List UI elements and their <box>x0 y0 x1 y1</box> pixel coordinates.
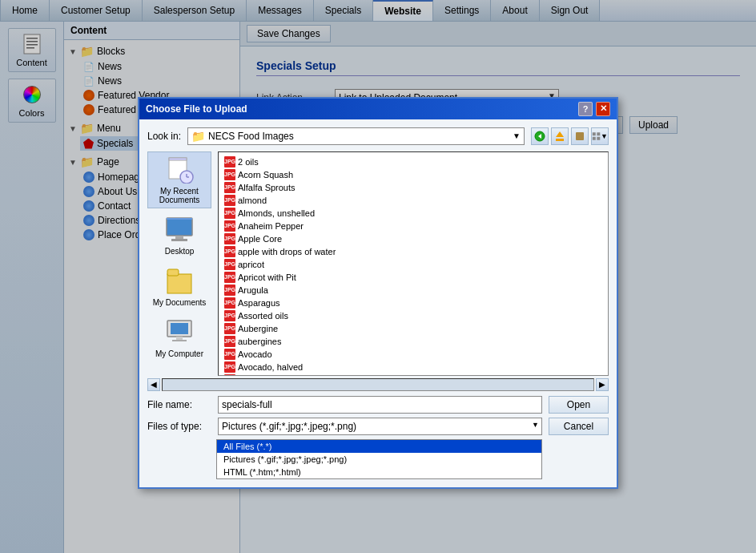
file-icon: JPG <box>224 182 235 193</box>
file-icon: JPG <box>224 233 235 244</box>
dropdown-item-allfiles[interactable]: All Files (*.*) <box>217 440 541 453</box>
file-name: Apple Core <box>238 234 282 244</box>
filename-label: File name: <box>147 399 211 410</box>
recent-docs-label: My Recent Documents <box>150 187 209 204</box>
file-list[interactable]: JPG2 oils JPGAcorn Squash JPGAlfalfa Spr… <box>218 151 609 376</box>
sidebar-item-desktop[interactable]: Desktop <box>147 212 211 260</box>
file-icon: JPG <box>224 374 235 376</box>
svg-rect-22 <box>171 239 187 241</box>
file-name: Avocado <box>238 349 272 359</box>
files-of-type-select[interactable]: Pictures (*.gif;*.jpg;*.jpeg;*.png) <box>218 418 542 435</box>
filename-input[interactable] <box>218 396 542 414</box>
file-item-aubergine[interactable]: JPGAubergine <box>222 322 414 335</box>
file-icon: JPG <box>224 246 235 257</box>
file-icon: JPG <box>224 349 235 360</box>
sidebar-item-mycomputer[interactable]: My Computer <box>147 314 211 362</box>
files-of-type-label: Files of type: <box>147 421 211 432</box>
svg-rect-21 <box>175 236 183 239</box>
lookin-view-button[interactable]: ▼ <box>591 127 609 145</box>
sidebar-item-mydocs[interactable]: My Documents <box>147 263 211 311</box>
file-item-apricot[interactable]: JPGapricot <box>222 258 414 271</box>
lookin-folder-icon: 📁 <box>191 130 205 143</box>
svg-rect-28 <box>172 340 187 341</box>
file-item-alfalfa[interactable]: JPGAlfalfa Sprouts <box>222 181 414 194</box>
dropdown-item-pictures[interactable]: Pictures (*.gif;*.jpg;*.jpeg;*.png) <box>217 453 541 466</box>
file-icon: JPG <box>224 259 235 270</box>
dialog-titlebar: Choose File to Upload ? ✕ <box>139 99 617 119</box>
file-name: Assorted oils <box>238 311 288 321</box>
file-name: Acorn Squash <box>238 170 293 180</box>
svg-rect-24 <box>167 269 179 276</box>
file-item-arugula[interactable]: JPGArugula <box>222 284 414 297</box>
file-item-assorted-oils[interactable]: JPGAssorted oils <box>222 309 414 322</box>
file-icon: JPG <box>224 272 235 283</box>
my-documents-icon <box>163 267 195 296</box>
file-item-2oils[interactable]: JPG2 oils <box>222 155 414 168</box>
file-name: Anaheim Pepper <box>238 221 304 231</box>
file-item-asparagus[interactable]: JPGAsparagus <box>222 297 414 309</box>
svg-rect-11 <box>597 132 600 135</box>
file-item-apricot-pit[interactable]: JPGApricot with Pit <box>222 271 414 284</box>
file-icon: JPG <box>224 195 235 206</box>
file-item-barley[interactable]: JPGBarley in a Wooden Sc <box>222 373 414 376</box>
lookin-select[interactable]: 📁 NECS Food Images ▼ <box>187 127 525 145</box>
file-item-almonds[interactable]: JPGAlmonds, unshelled <box>222 207 414 220</box>
file-dialog-overlay: Choose File to Upload ? ✕ Look in: 📁 NEC… <box>0 0 756 553</box>
file-item-apple-core[interactable]: JPGApple Core <box>222 232 414 245</box>
dialog-controls: ? ✕ <box>578 102 610 116</box>
file-icon: JPG <box>224 156 235 168</box>
file-icon: JPG <box>224 169 235 180</box>
file-item-avocado-halved[interactable]: JPGAvocado, halved <box>222 361 414 373</box>
desktop-label: Desktop <box>165 247 195 256</box>
file-name: Asparagus <box>238 298 280 308</box>
file-name: almond <box>238 196 267 205</box>
scroll-right-button[interactable]: ▶ <box>596 378 609 391</box>
file-icon: JPG <box>224 310 235 321</box>
cancel-button[interactable]: Cancel <box>549 418 609 435</box>
file-item-apple-drops[interactable]: JPGapple with drops of water <box>222 245 414 258</box>
file-item-avocado[interactable]: JPGAvocado <box>222 348 414 361</box>
desktop-icon <box>163 216 195 244</box>
svg-rect-27 <box>176 337 183 340</box>
file-icon: JPG <box>224 323 235 334</box>
svg-rect-12 <box>593 136 596 139</box>
lookin-back-button[interactable] <box>531 127 549 145</box>
svg-rect-7 <box>556 139 564 141</box>
lookin-refresh-button[interactable] <box>571 127 589 145</box>
file-item-aubergines[interactable]: JPGaubergines <box>222 335 414 348</box>
dropdown-item-html[interactable]: HTML (*.htm;*.html) <box>217 466 541 478</box>
recent-docs-icon <box>163 155 195 184</box>
lookin-dropdown-icon: ▼ <box>513 131 521 140</box>
filetype-dropdown[interactable]: All Files (*.*) Pictures (*.gif;*.jpg;*.… <box>216 439 542 479</box>
file-icon: JPG <box>224 285 235 296</box>
open-button[interactable]: Open <box>549 396 609 414</box>
my-computer-label: My Computer <box>155 349 203 358</box>
file-name: 2 oils <box>238 157 259 167</box>
sidebar-item-recent[interactable]: My Recent Documents <box>147 151 211 208</box>
file-name: Alfalfa Sprouts <box>238 183 296 192</box>
file-item-anaheim[interactable]: JPGAnaheim Pepper <box>222 220 414 232</box>
lookin-value: NECS Food Images <box>208 131 294 142</box>
lookin-label: Look in: <box>147 131 181 142</box>
scroll-left-button[interactable]: ◀ <box>147 378 160 391</box>
svg-rect-9 <box>576 132 584 140</box>
file-name: aubergines <box>238 337 281 346</box>
svg-rect-23 <box>167 274 191 293</box>
file-name: Barley in a Wooden Sc <box>238 375 328 376</box>
svg-rect-19 <box>167 218 192 236</box>
my-documents-label: My Documents <box>153 298 207 307</box>
svg-rect-10 <box>593 132 596 135</box>
file-item-almond[interactable]: JPGalmond <box>222 194 414 207</box>
file-name: Arugula <box>238 285 268 295</box>
file-name: Avocado, halved <box>238 362 303 372</box>
dialog-close-button[interactable]: ✕ <box>596 102 610 116</box>
file-icon: JPG <box>224 297 235 309</box>
dialog-help-button[interactable]: ? <box>578 102 593 116</box>
lookin-up-button[interactable] <box>551 127 569 145</box>
file-item-acorn[interactable]: JPGAcorn Squash <box>222 168 414 181</box>
file-icon: JPG <box>224 220 235 232</box>
file-dialog: Choose File to Upload ? ✕ Look in: 📁 NEC… <box>138 97 618 489</box>
scroll-track[interactable] <box>162 378 594 391</box>
file-icon: JPG <box>224 336 235 347</box>
svg-rect-15 <box>169 158 187 160</box>
